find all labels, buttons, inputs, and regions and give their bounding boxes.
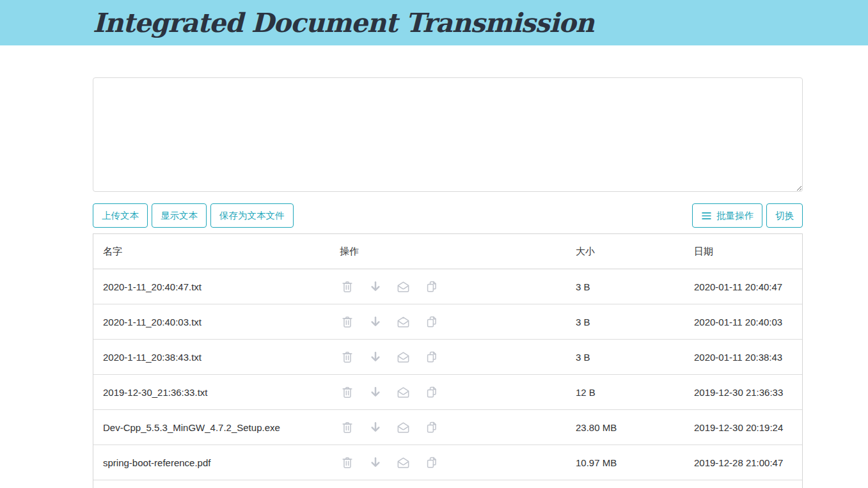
copy-button[interactable] xyxy=(424,420,439,435)
delete-icon xyxy=(340,315,354,329)
copy-button[interactable] xyxy=(424,385,439,400)
batch-ops-button[interactable]: 批量操作 xyxy=(692,203,762,228)
file-date: 2020-01-11 20:38:43 xyxy=(694,352,802,363)
delete-button[interactable] xyxy=(340,315,354,329)
table-row: 2019-12-30_21:36:33.txt xyxy=(93,375,802,410)
mail-open-icon xyxy=(396,455,411,470)
mail-button[interactable] xyxy=(396,350,411,365)
table-row: 2020-1-11_20:38:43.txt xyxy=(93,340,802,375)
download-button[interactable] xyxy=(368,420,383,435)
batch-ops-label: 批量操作 xyxy=(716,210,754,222)
delete-button[interactable] xyxy=(340,420,354,435)
mail-open-icon xyxy=(396,315,411,329)
copy-icon xyxy=(425,350,439,364)
delete-button[interactable] xyxy=(340,455,354,470)
column-header-ops: 操作 xyxy=(339,246,575,258)
file-size: 23.80 MB xyxy=(575,422,694,433)
column-header-name: 名字 xyxy=(93,246,339,258)
mail-button[interactable] xyxy=(396,279,411,294)
file-date: 2019-12-28 21:00:47 xyxy=(694,457,802,468)
table-row-partial xyxy=(93,480,802,488)
toggle-label: 切换 xyxy=(775,210,794,222)
delete-button[interactable] xyxy=(340,385,354,400)
mail-button[interactable] xyxy=(396,315,411,329)
toolbar: 上传文本 显示文本 保存为文本文件 批量操作 切换 xyxy=(93,203,803,228)
file-name: 2020-1-11_20:40:47.txt xyxy=(93,281,339,292)
file-name: 2019-12-30_21:36:33.txt xyxy=(93,387,339,398)
page-title: Integrated Document Transmission xyxy=(93,8,594,38)
table-body: 2020-1-11_20:40:47.txt xyxy=(93,269,802,480)
main-content: 上传文本 显示文本 保存为文本文件 批量操作 切换 名字 操作 xyxy=(93,77,803,488)
app-header: Integrated Document Transmission xyxy=(0,0,868,45)
toolbar-right-group: 批量操作 切换 xyxy=(692,203,803,228)
upload-text-button[interactable]: 上传文本 xyxy=(93,203,148,228)
copy-button[interactable] xyxy=(424,279,439,294)
file-size: 3 B xyxy=(575,352,694,363)
upload-text-label: 上传文本 xyxy=(102,210,139,222)
text-input[interactable] xyxy=(93,77,803,192)
copy-icon xyxy=(425,420,439,434)
table-row: 2020-1-11_20:40:03.txt xyxy=(93,304,802,340)
table-row: 2020-1-11_20:40:47.txt xyxy=(93,269,802,304)
download-button[interactable] xyxy=(368,350,383,365)
file-date: 2020-01-11 20:40:47 xyxy=(694,281,802,292)
file-size: 12 B xyxy=(575,387,694,398)
file-table: 名字 操作 大小 日期 2020-1-11_20:40:47.txt xyxy=(93,233,803,488)
mail-button[interactable] xyxy=(396,455,411,470)
copy-icon xyxy=(425,315,439,329)
download-button[interactable] xyxy=(368,279,383,294)
column-header-size: 大小 xyxy=(575,246,694,258)
download-button[interactable] xyxy=(368,315,383,329)
mail-button[interactable] xyxy=(396,420,411,435)
download-icon xyxy=(368,350,383,364)
save-as-file-label: 保存为文本文件 xyxy=(219,210,285,222)
row-actions xyxy=(339,279,575,294)
menu-icon xyxy=(701,210,712,221)
file-size: 3 B xyxy=(575,317,694,327)
delete-button[interactable] xyxy=(340,279,354,294)
download-button[interactable] xyxy=(368,385,383,400)
file-name: 2020-1-11_20:40:03.txt xyxy=(93,317,339,327)
row-actions xyxy=(339,385,575,400)
delete-icon xyxy=(340,455,354,469)
copy-button[interactable] xyxy=(424,350,439,365)
download-icon xyxy=(368,385,383,399)
mail-open-icon xyxy=(396,279,411,294)
show-text-button[interactable]: 显示文本 xyxy=(152,203,207,228)
toolbar-left-group: 上传文本 显示文本 保存为文本文件 xyxy=(93,203,294,228)
file-name: spring-boot-reference.pdf xyxy=(93,457,339,468)
row-actions xyxy=(339,350,575,365)
mail-open-icon xyxy=(396,350,411,365)
file-date: 2020-01-11 20:40:03 xyxy=(694,317,802,327)
mail-button[interactable] xyxy=(396,385,411,400)
file-date: 2019-12-30 20:19:24 xyxy=(694,422,802,433)
delete-icon xyxy=(340,420,354,434)
copy-button[interactable] xyxy=(424,315,439,329)
column-header-date: 日期 xyxy=(694,246,802,258)
file-size: 3 B xyxy=(575,281,694,292)
download-icon xyxy=(368,420,383,434)
toggle-button[interactable]: 切换 xyxy=(766,203,803,228)
mail-open-icon xyxy=(396,385,411,400)
show-text-label: 显示文本 xyxy=(161,210,198,222)
file-name: Dev-Cpp_5.5.3_MinGW_4.7.2_Setup.exe xyxy=(93,422,339,433)
delete-icon xyxy=(340,279,354,294)
row-actions xyxy=(339,420,575,435)
delete-icon xyxy=(340,385,354,399)
download-icon xyxy=(368,315,383,329)
delete-button[interactable] xyxy=(340,350,354,365)
file-date: 2019-12-30 21:36:33 xyxy=(694,387,802,398)
file-size: 10.97 MB xyxy=(575,457,694,468)
copy-button[interactable] xyxy=(424,455,439,470)
download-icon xyxy=(368,279,383,294)
row-actions xyxy=(339,315,575,329)
row-actions xyxy=(339,455,575,470)
delete-icon xyxy=(340,350,354,364)
file-name: 2020-1-11_20:38:43.txt xyxy=(93,352,339,363)
copy-icon xyxy=(425,279,439,294)
download-button[interactable] xyxy=(368,455,383,470)
table-row: spring-boot-reference.pdf xyxy=(93,445,802,480)
save-as-file-button[interactable]: 保存为文本文件 xyxy=(210,203,294,228)
copy-icon xyxy=(425,455,439,469)
copy-icon xyxy=(425,385,439,399)
